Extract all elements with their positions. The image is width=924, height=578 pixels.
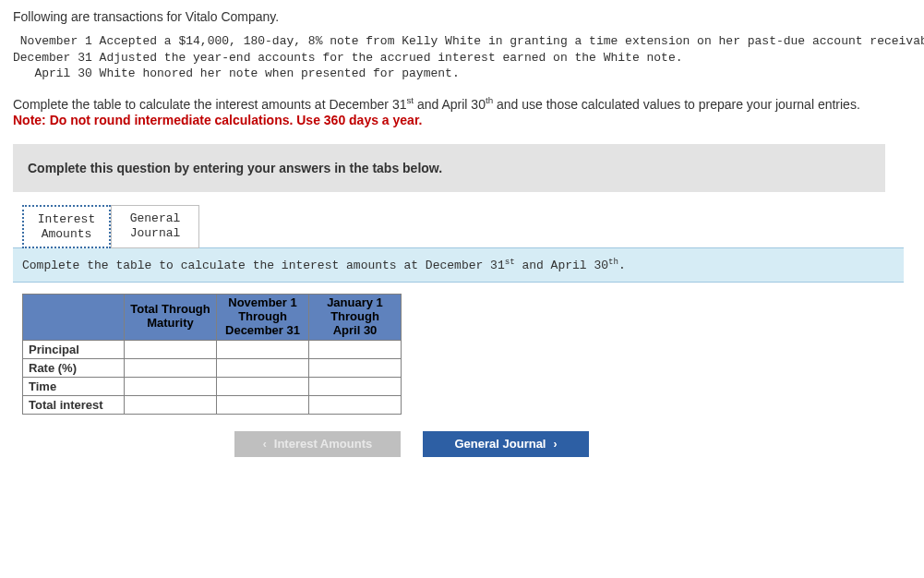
sup-th-2: th xyxy=(608,257,618,267)
header-col3: January 1 Through April 30 xyxy=(309,294,402,340)
header-col3c: April 30 xyxy=(333,323,378,337)
row-label-rate: Rate (%) xyxy=(23,358,125,377)
sub-instr-post: . xyxy=(618,259,626,273)
tabs-row: Interest Amounts General Journal xyxy=(22,205,911,248)
row-label-time: Time xyxy=(23,377,125,395)
header-col2a: November 1 xyxy=(228,295,296,309)
tab-journal-line2: Journal xyxy=(130,226,181,240)
table-header-row: Total Through Maturity November 1 Throug… xyxy=(23,294,402,340)
cell-r4c3[interactable] xyxy=(309,395,402,414)
row-label-total-interest: Total interest xyxy=(23,395,125,414)
header-col3a: January 1 xyxy=(327,295,383,309)
header-col3b: Through xyxy=(330,309,379,323)
panel-heading: Complete this question by entering your … xyxy=(13,144,885,192)
sup-th: th xyxy=(486,95,493,105)
cell-r3c1[interactable] xyxy=(125,377,217,395)
intro-text: Following are transactions for Vitalo Co… xyxy=(13,9,911,24)
header-col2c: December 31 xyxy=(225,323,300,337)
cell-r2c3[interactable] xyxy=(309,358,402,377)
sub-instruction: Complete the table to calculate the inte… xyxy=(13,247,904,282)
nav-row: ‹ Interest Amounts General Journal › xyxy=(234,431,911,457)
tab-interest-amounts[interactable]: Interest Amounts xyxy=(22,205,111,248)
header-col2b: Through xyxy=(238,309,287,323)
note-text: Note: Do not round intermediate calculat… xyxy=(13,113,911,127)
tab-interest-line2: Amounts xyxy=(42,227,92,241)
sup-st: st xyxy=(406,95,414,105)
cell-r4c1[interactable] xyxy=(125,395,217,414)
prev-button: ‹ Interest Amounts xyxy=(234,431,401,457)
row-label-principal: Principal xyxy=(23,340,125,358)
table-row: Total interest xyxy=(23,395,402,414)
instruction-pre: Complete the table to calculate the inte… xyxy=(13,96,406,111)
header-empty xyxy=(23,294,125,340)
table-row: Principal xyxy=(23,340,402,358)
cell-r4c2[interactable] xyxy=(217,395,309,414)
transactions-block: November 1 Accepted a $14,000, 180-day, … xyxy=(13,33,911,82)
chevron-left-icon: ‹ xyxy=(263,438,267,451)
next-button[interactable]: General Journal › xyxy=(423,431,589,457)
cell-r1c1[interactable] xyxy=(125,340,217,358)
cell-r1c2[interactable] xyxy=(217,340,309,358)
next-button-label: General Journal xyxy=(455,437,546,451)
tab-interest-line1: Interest xyxy=(38,212,95,226)
chevron-right-icon: › xyxy=(553,438,557,451)
instruction-text: Complete the table to calculate the inte… xyxy=(13,95,911,112)
cell-r3c2[interactable] xyxy=(217,377,309,395)
sub-instr-mid: and April 30 xyxy=(515,259,608,273)
cell-r2c1[interactable] xyxy=(125,358,217,377)
tab-journal-line1: General xyxy=(130,211,181,225)
tab-general-journal[interactable]: General Journal xyxy=(111,205,199,248)
prev-button-label: Interest Amounts xyxy=(274,437,372,451)
header-col1: Total Through Maturity xyxy=(125,294,217,340)
cell-r1c3[interactable] xyxy=(309,340,402,358)
header-col2: November 1 Through December 31 xyxy=(217,294,309,340)
table-row: Rate (%) xyxy=(23,358,402,377)
cell-r2c2[interactable] xyxy=(217,358,309,377)
instruction-mid: and April 30 xyxy=(414,96,486,111)
sub-instr-pre: Complete the table to calculate the inte… xyxy=(22,259,505,273)
cell-r3c3[interactable] xyxy=(309,377,402,395)
interest-table: Total Through Maturity November 1 Throug… xyxy=(22,294,402,415)
instruction-post: and use those calculated values to prepa… xyxy=(493,96,860,111)
table-row: Time xyxy=(23,377,402,395)
sup-st-2: st xyxy=(505,257,515,267)
